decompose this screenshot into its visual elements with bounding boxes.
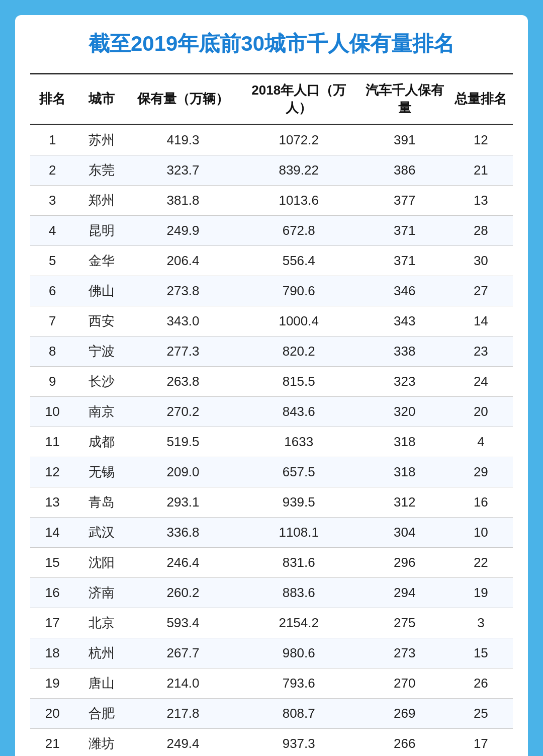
table-cell: 金华	[75, 245, 129, 276]
page-title: 截至2019年底前30城市千人保有量排名	[30, 30, 513, 58]
table-cell: 323.7	[129, 155, 237, 185]
table-cell: 593.4	[129, 608, 237, 638]
table-cell: 980.6	[237, 638, 360, 668]
table-cell: 275	[360, 608, 449, 638]
table-cell: 20	[449, 396, 513, 427]
table-cell: 无锡	[75, 457, 129, 487]
table-cell: 26	[449, 668, 513, 698]
table-cell: 343	[360, 306, 449, 336]
table-cell: 14	[449, 306, 513, 336]
table-cell: 长沙	[75, 366, 129, 396]
table-cell: 6	[30, 276, 75, 306]
table-cell: 1633	[237, 427, 360, 457]
table-cell: 323	[360, 366, 449, 396]
table-cell: 2154.2	[237, 608, 360, 638]
table-cell: 277.3	[129, 336, 237, 366]
table-cell: 336.8	[129, 517, 237, 547]
table-cell: 4	[449, 427, 513, 457]
table-row: 21潍坊249.4937.326617	[30, 728, 513, 756]
table-body: 1苏州419.31072.2391122东莞323.7839.22386213郑…	[30, 124, 513, 756]
table-cell: 815.5	[237, 366, 360, 396]
table-cell: 2	[30, 155, 75, 185]
table-cell: 843.6	[237, 396, 360, 427]
table-cell: 21	[30, 728, 75, 756]
table-cell: 1108.1	[237, 517, 360, 547]
table-cell: 11	[30, 427, 75, 457]
table-row: 5金华206.4556.437130	[30, 245, 513, 276]
table-cell: 21	[449, 155, 513, 185]
table-cell: 346	[360, 276, 449, 306]
main-container: 截至2019年底前30城市千人保有量排名 排名城市保有量（万辆）2018年人口（…	[15, 15, 528, 756]
table-cell: 263.8	[129, 366, 237, 396]
table-row: 3郑州381.81013.637713	[30, 185, 513, 215]
table-cell: 潍坊	[75, 728, 129, 756]
table-cell: 10	[30, 396, 75, 427]
table-cell: 338	[360, 336, 449, 366]
table-cell: 9	[30, 366, 75, 396]
table-cell: 18	[30, 638, 75, 668]
table-cell: 217.8	[129, 698, 237, 728]
table-cell: 东莞	[75, 155, 129, 185]
table-cell: 371	[360, 215, 449, 245]
table-cell: 312	[360, 487, 449, 517]
table-cell: 3	[30, 185, 75, 215]
table-cell: 831.6	[237, 547, 360, 577]
table-cell: 4	[30, 215, 75, 245]
table-cell: 郑州	[75, 185, 129, 215]
table-cell: 209.0	[129, 457, 237, 487]
table-row: 19唐山214.0793.627026	[30, 668, 513, 698]
table-cell: 22	[449, 547, 513, 577]
table-row: 8宁波277.3820.233823	[30, 336, 513, 366]
table-cell: 672.8	[237, 215, 360, 245]
table-row: 9长沙263.8815.532324	[30, 366, 513, 396]
table-cell: 8	[30, 336, 75, 366]
table-cell: 13	[449, 185, 513, 215]
table-cell: 214.0	[129, 668, 237, 698]
table-cell: 15	[30, 547, 75, 577]
table-row: 14武汉336.81108.130410	[30, 517, 513, 547]
table-cell: 13	[30, 487, 75, 517]
table-cell: 杭州	[75, 638, 129, 668]
table-cell: 20	[30, 698, 75, 728]
table-cell: 320	[360, 396, 449, 427]
table-cell: 556.4	[237, 245, 360, 276]
table-cell: 28	[449, 215, 513, 245]
table-cell: 1013.6	[237, 185, 360, 215]
table-header-cell: 总量排名	[449, 73, 513, 124]
table-cell: 7	[30, 306, 75, 336]
table-header-cell: 保有量（万辆）	[129, 73, 237, 124]
table-cell: 419.3	[129, 124, 237, 155]
table-cell: 10	[449, 517, 513, 547]
table-row: 6佛山273.8790.634627	[30, 276, 513, 306]
table-cell: 296	[360, 547, 449, 577]
table-cell: 386	[360, 155, 449, 185]
table-cell: 成都	[75, 427, 129, 457]
table-cell: 27	[449, 276, 513, 306]
table-cell: 19	[30, 668, 75, 698]
table-cell: 30	[449, 245, 513, 276]
table-cell: 12	[30, 457, 75, 487]
table-cell: 南京	[75, 396, 129, 427]
table-cell: 北京	[75, 608, 129, 638]
table-cell: 济南	[75, 577, 129, 608]
table-cell: 820.2	[237, 336, 360, 366]
table-cell: 19	[449, 577, 513, 608]
table-cell: 267.7	[129, 638, 237, 668]
table-cell: 883.6	[237, 577, 360, 608]
table-row: 12无锡209.0657.531829	[30, 457, 513, 487]
table-cell: 273	[360, 638, 449, 668]
table-cell: 5	[30, 245, 75, 276]
table-cell: 808.7	[237, 698, 360, 728]
table-cell: 371	[360, 245, 449, 276]
table-cell: 343.0	[129, 306, 237, 336]
table-cell: 249.9	[129, 215, 237, 245]
table-cell: 3	[449, 608, 513, 638]
table-cell: 318	[360, 427, 449, 457]
table-cell: 270.2	[129, 396, 237, 427]
table-row: 15沈阳246.4831.629622	[30, 547, 513, 577]
table-header-cell: 排名	[30, 73, 75, 124]
table-cell: 260.2	[129, 577, 237, 608]
table-header-cell: 汽车千人保有量	[360, 73, 449, 124]
table-cell: 377	[360, 185, 449, 215]
table-row: 16济南260.2883.629419	[30, 577, 513, 608]
